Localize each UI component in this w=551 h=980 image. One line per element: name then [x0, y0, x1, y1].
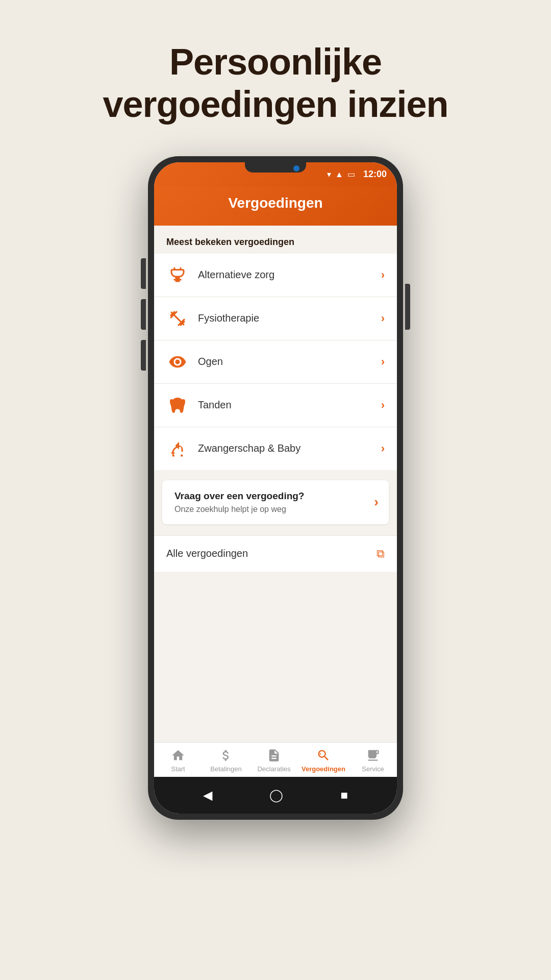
nav-item-service[interactable]: Service [353, 748, 393, 773]
nav-label-declaraties: Declaraties [257, 765, 290, 773]
section-label: Meest bekeken vergoedingen [154, 226, 397, 254]
menu-item-zwangerschap-baby[interactable]: Zwangerschap & Baby › [154, 427, 397, 470]
menu-item-alternatieve-zorg[interactable]: Alternatieve zorg › [154, 254, 397, 297]
home-icon [170, 748, 186, 763]
chevron-zwangerschap-baby: › [381, 442, 385, 455]
signal-icon: ▲ [335, 170, 343, 179]
android-nav-bar: ◀ ◯ ■ [154, 777, 397, 814]
menu-label-fysiotherapie: Fysiotherapie [198, 312, 381, 324]
menu-label-zwangerschap-baby: Zwangerschap & Baby [198, 443, 381, 454]
battery-icon: ▭ [347, 169, 355, 179]
eye-icon [166, 351, 189, 373]
app-content: Meest bekeken vergoedingen Alternatieve … [154, 226, 397, 742]
status-time: 12:00 [363, 169, 387, 180]
nav-item-vergoedingen[interactable]: € Vergoedingen [302, 748, 345, 773]
nav-item-betalingen[interactable]: Betalingen [206, 748, 246, 773]
nav-label-betalingen: Betalingen [210, 765, 241, 773]
wifi-icon: ▾ [327, 169, 331, 179]
menu-label-alternatieve-zorg: Alternatieve zorg [198, 269, 381, 281]
declaraties-icon [266, 748, 282, 763]
back-button[interactable]: ◀ [203, 788, 212, 802]
all-vergoedingen-label: Alle vergoedingen [166, 548, 377, 559]
phone-mockup: ▾ ▲ ▭ 12:00 Vergoedingen Meest bekeken v… [148, 156, 403, 820]
info-card-title: Vraag over een vergoeding? [174, 491, 368, 502]
menu-item-tanden[interactable]: Tanden › [154, 384, 397, 427]
nav-item-start[interactable]: Start [158, 748, 198, 773]
service-icon [365, 748, 381, 763]
payments-icon [218, 748, 234, 763]
fitness-icon [166, 307, 189, 330]
nav-label-service: Service [362, 765, 384, 773]
info-card-vergoeding[interactable]: Vraag over een vergoeding? Onze zoekhulp… [162, 480, 389, 524]
nav-item-declaraties[interactable]: Declaraties [254, 748, 294, 773]
menu-label-ogen: Ogen [198, 356, 381, 368]
chevron-tanden: › [381, 399, 385, 412]
menu-label-tanden: Tanden [198, 399, 381, 411]
menu-item-ogen[interactable]: Ogen › [154, 340, 397, 384]
tooth-icon [166, 394, 189, 416]
recents-button[interactable]: ■ [340, 788, 348, 802]
home-button[interactable]: ◯ [269, 788, 283, 802]
chevron-alternatieve-zorg: › [381, 268, 385, 282]
app-header: Vergoedingen [154, 187, 397, 226]
nav-label-vergoedingen: Vergoedingen [302, 765, 345, 773]
app-header-title: Vergoedingen [164, 195, 387, 211]
phone-screen: ▾ ▲ ▭ 12:00 Vergoedingen Meest bekeken v… [154, 162, 397, 814]
menu-list: Alternatieve zorg › Fysiotherapie › [154, 254, 397, 470]
vergoedingen-icon: € [316, 748, 331, 763]
status-icons: ▾ ▲ ▭ 12:00 [327, 169, 387, 180]
chevron-fysiotherapie: › [381, 312, 385, 325]
info-card-subtitle: Onze zoekhulp helpt je op weg [174, 505, 368, 514]
page-title: Persoonlijke vergoedingen inzien [103, 41, 448, 126]
phone-camera [293, 165, 299, 172]
menu-item-fysiotherapie[interactable]: Fysiotherapie › [154, 297, 397, 340]
external-link-icon: ⧉ [377, 547, 385, 560]
all-vergoedingen-row[interactable]: Alle vergoedingen ⧉ [154, 535, 397, 572]
chevron-ogen: › [381, 355, 385, 369]
mortar-icon [166, 264, 189, 286]
stroller-icon [166, 437, 189, 460]
info-card-text: Vraag over een vergoeding? Onze zoekhulp… [174, 491, 368, 514]
svg-text:€: € [320, 752, 322, 755]
nav-label-start: Start [171, 765, 185, 773]
info-card-chevron: › [374, 494, 379, 510]
bottom-nav: Start Betalingen Declaraties [154, 742, 397, 777]
